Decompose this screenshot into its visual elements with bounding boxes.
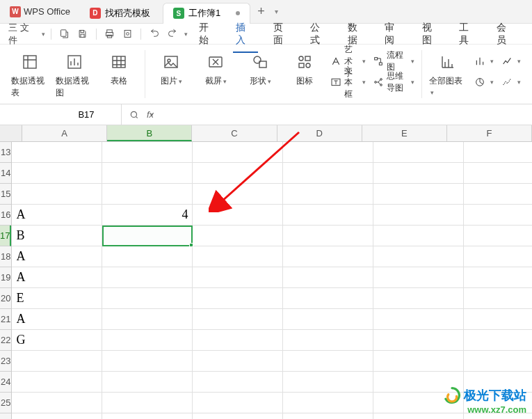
- cell[interactable]: [464, 142, 532, 163]
- cell[interactable]: [193, 372, 283, 393]
- cell[interactable]: [193, 309, 283, 330]
- row-header[interactable]: 21: [0, 309, 11, 330]
- cell[interactable]: [102, 246, 193, 267]
- shape-button[interactable]: 形状▾: [241, 50, 279, 87]
- row-header[interactable]: 26: [0, 413, 11, 419]
- cell[interactable]: [373, 267, 464, 288]
- cell[interactable]: [102, 351, 193, 372]
- cell[interactable]: [12, 351, 102, 372]
- cell[interactable]: [373, 226, 464, 246]
- tab-start[interactable]: 开始: [191, 19, 226, 49]
- cell[interactable]: [193, 163, 283, 184]
- cell-A21[interactable]: A: [12, 309, 102, 330]
- cell[interactable]: [193, 184, 283, 205]
- add-tab-button[interactable]: +: [250, 4, 272, 19]
- cell[interactable]: [464, 351, 532, 372]
- save-button[interactable]: [75, 26, 90, 42]
- col-header-F[interactable]: F: [447, 125, 532, 141]
- cell[interactable]: [102, 372, 193, 393]
- cell[interactable]: [464, 205, 532, 226]
- cell[interactable]: [464, 226, 532, 246]
- cell[interactable]: [373, 309, 464, 330]
- row-header[interactable]: 22: [0, 330, 11, 351]
- row-header[interactable]: 13: [0, 142, 11, 163]
- cell[interactable]: [283, 351, 373, 372]
- cell[interactable]: [283, 288, 373, 309]
- cell[interactable]: [283, 226, 373, 246]
- new-from-template-button[interactable]: [57, 26, 72, 42]
- cell[interactable]: [464, 288, 532, 309]
- cell[interactable]: [373, 351, 464, 372]
- cell[interactable]: [373, 246, 464, 267]
- cell[interactable]: [373, 142, 464, 163]
- cell[interactable]: [464, 330, 532, 351]
- cell[interactable]: [193, 142, 283, 163]
- screenshot-button[interactable]: 截屏▾: [197, 50, 234, 87]
- cell[interactable]: [464, 246, 532, 267]
- cell[interactable]: [193, 226, 283, 246]
- row-header[interactable]: 23: [0, 351, 11, 372]
- cell[interactable]: [102, 288, 193, 309]
- cell[interactable]: [193, 267, 283, 288]
- cell[interactable]: [193, 413, 283, 419]
- tab-tools[interactable]: 工具: [451, 19, 486, 49]
- tab-review[interactable]: 审阅: [376, 19, 412, 49]
- tab-formula[interactable]: 公式: [302, 19, 337, 49]
- row-header[interactable]: 25: [0, 393, 11, 413]
- bar-chart-button[interactable]: ▾: [474, 53, 494, 70]
- cell[interactable]: [12, 142, 102, 163]
- cell-A22[interactable]: G: [12, 330, 102, 351]
- cell[interactable]: [102, 330, 193, 351]
- line-chart-button[interactable]: ▾: [501, 53, 521, 70]
- cell[interactable]: [283, 330, 373, 351]
- cell[interactable]: [193, 288, 283, 309]
- formula-input[interactable]: [161, 104, 532, 125]
- cell[interactable]: [283, 413, 373, 419]
- icon-button[interactable]: 图标: [286, 50, 323, 87]
- cell[interactable]: [102, 163, 193, 184]
- cell[interactable]: [102, 393, 193, 413]
- print-preview-button[interactable]: [120, 26, 135, 42]
- cell-A20[interactable]: E: [12, 288, 102, 309]
- cell[interactable]: [464, 184, 532, 205]
- redo-button[interactable]: [165, 26, 180, 42]
- cell-A18[interactable]: A: [12, 246, 102, 267]
- cell[interactable]: [12, 372, 102, 393]
- cell[interactable]: [373, 288, 464, 309]
- cell[interactable]: [373, 184, 464, 205]
- cell[interactable]: [283, 163, 373, 184]
- cell[interactable]: [12, 413, 102, 419]
- cell-A19[interactable]: A: [12, 267, 102, 288]
- pie-chart-button[interactable]: ▾: [474, 74, 494, 90]
- textbox-button[interactable]: 文本框▾: [330, 74, 366, 90]
- cell[interactable]: [193, 351, 283, 372]
- select-all-corner[interactable]: [0, 125, 22, 141]
- cell[interactable]: [283, 205, 373, 226]
- fx-icon[interactable]: fx: [144, 109, 156, 120]
- cell-A17[interactable]: B: [12, 226, 102, 246]
- mindmap-button[interactable]: 思维导图▾: [373, 74, 414, 90]
- tab-view[interactable]: 视图: [414, 19, 449, 49]
- cell[interactable]: [283, 372, 373, 393]
- template-tab[interactable]: D 找稻壳模板: [80, 3, 160, 24]
- cell[interactable]: [283, 184, 373, 205]
- chevron-down-icon[interactable]: ▾: [184, 31, 188, 38]
- cell[interactable]: [12, 184, 102, 205]
- cell[interactable]: [102, 142, 193, 163]
- row-header[interactable]: 19: [0, 267, 11, 288]
- col-header-B[interactable]: B: [107, 125, 192, 141]
- undo-button[interactable]: [147, 26, 162, 42]
- row-header[interactable]: 24: [0, 372, 11, 393]
- cell[interactable]: [193, 246, 283, 267]
- all-charts-button[interactable]: 全部图表▾: [429, 50, 467, 97]
- tab-page[interactable]: 页面: [265, 19, 300, 49]
- area-chart-button[interactable]: ▾: [501, 74, 521, 90]
- row-header[interactable]: 20: [0, 288, 11, 309]
- tab-list-caret-icon[interactable]: ▾: [272, 8, 281, 15]
- row-header[interactable]: 16: [0, 205, 11, 226]
- cell[interactable]: [102, 413, 193, 419]
- cell-B16[interactable]: 4: [102, 205, 193, 226]
- cell[interactable]: [464, 267, 532, 288]
- cell[interactable]: [283, 246, 373, 267]
- cell-B17[interactable]: [102, 226, 193, 246]
